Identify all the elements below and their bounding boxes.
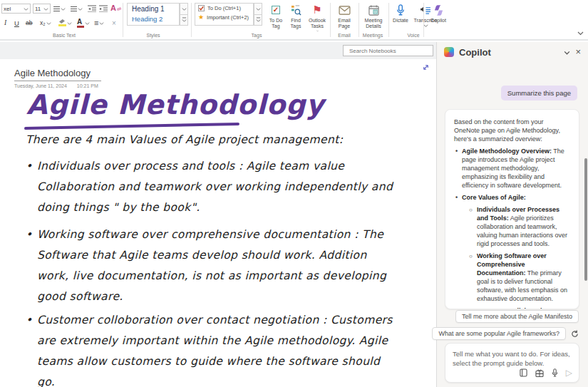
chevron-down-icon xyxy=(61,6,66,11)
star-icon: ★ xyxy=(198,14,204,21)
prompt-guide-button[interactable] xyxy=(535,369,544,377)
response-bullet: Core Values of Agile: Individuals over P… xyxy=(454,193,570,309)
bullet-list-icon xyxy=(53,5,60,13)
group-label-basic-text: Basic Text xyxy=(29,33,100,38)
chevron-down-icon xyxy=(78,6,83,11)
email-page-label: Email Page xyxy=(332,18,356,30)
numbered-list-button[interactable] xyxy=(71,4,83,14)
outlook-tasks-button[interactable]: ⚑ Outlook Tasks xyxy=(306,2,328,32)
refresh-suggestions-button[interactable] xyxy=(571,330,579,338)
decrease-indent-button[interactable] xyxy=(88,4,96,14)
style-heading1[interactable]: Heading 1 xyxy=(128,4,179,14)
suggestion-chip-frameworks[interactable]: What are some popular Agile frameworks? xyxy=(432,327,566,340)
chevron-down-icon[interactable] xyxy=(564,49,570,56)
suggestion-chip-manifesto[interactable]: Tell me more about the Agile Manifesto xyxy=(455,310,579,323)
voice-input-button[interactable] xyxy=(552,368,558,377)
copilot-ribbon-button[interactable]: Copilot xyxy=(426,2,450,32)
underline-button[interactable]: U xyxy=(14,18,19,28)
font-name-value: xel xyxy=(4,6,24,12)
group-label-meetings: Meetings xyxy=(351,33,394,38)
font-name-select[interactable]: xel xyxy=(1,4,31,14)
send-button[interactable]: ▷ xyxy=(566,368,572,378)
meeting-details-label: Meeting Details xyxy=(361,18,386,30)
navigation-band xyxy=(0,42,436,59)
tags-gallery: To Do (Ctrl+1) ★ Important (Ctrl+2) xyxy=(195,3,254,26)
refresh-icon xyxy=(571,330,579,338)
find-tags-label: Find Tags xyxy=(285,18,306,30)
page-time: 10:21 PM xyxy=(77,83,98,88)
search-input[interactable] xyxy=(349,48,428,54)
chevron-down-icon xyxy=(182,6,187,11)
style-heading2[interactable]: Heading 2 xyxy=(128,14,179,24)
response-bullet: Agile Methodology Overview: The page int… xyxy=(454,147,570,190)
page-canvas[interactable]: Agile Methodology Tuesday, June 11, 2024… xyxy=(0,59,435,387)
ribbon: xel 11 A I U ab x₂ xyxy=(0,0,588,41)
styles-more-button[interactable] xyxy=(180,15,188,26)
dictate-label: Dictate xyxy=(393,18,408,24)
close-panel-button[interactable]: × xyxy=(575,48,581,56)
tag-todo[interactable]: To Do (Ctrl+1) xyxy=(195,4,253,13)
font-size-value: 11 xyxy=(35,6,43,12)
x-icon: × xyxy=(112,19,116,27)
find-tags-button[interactable]: Find Tags xyxy=(285,2,306,32)
highlight-button[interactable] xyxy=(58,18,72,28)
chevron-down-icon xyxy=(43,6,48,11)
clear-button[interactable]: × xyxy=(112,18,116,28)
suggestion-row: Tell me more about the Agile Manifesto xyxy=(455,310,579,323)
tag-todo-label: To Do (Ctrl+1) xyxy=(207,5,241,11)
tags-more-button[interactable] xyxy=(254,15,262,26)
strikethrough-icon: ab xyxy=(26,19,32,26)
tag-important[interactable]: ★ Important (Ctrl+2) xyxy=(195,13,253,22)
expand-page-button[interactable] xyxy=(422,63,430,71)
page-meta: Tuesday, June 11, 202410:21 PM xyxy=(14,83,101,88)
notebook-context-button[interactable] xyxy=(520,368,527,377)
input-toolbar: ▷ xyxy=(520,368,572,378)
chevron-down-icon xyxy=(315,30,320,32)
ink-heading-underline xyxy=(24,123,239,130)
styles-scroll-down-button[interactable] xyxy=(180,3,188,15)
tags-gallery-scroll xyxy=(254,3,262,26)
tags-scroll-down-button[interactable] xyxy=(254,3,262,15)
copilot-ribbon-label: Copilot xyxy=(430,18,446,24)
decrease-indent-icon xyxy=(88,5,96,12)
onenote-window: xel 11 A I U ab x₂ xyxy=(0,0,588,387)
dictate-button[interactable]: Dictate xyxy=(391,2,411,32)
chevron-down-icon xyxy=(46,21,51,26)
group-label-voice: Voice xyxy=(392,33,435,38)
panel-scrollbar[interactable] xyxy=(584,158,587,281)
email-page-button[interactable]: Email Page xyxy=(332,2,356,32)
microphone-icon xyxy=(396,4,405,16)
envelope-icon xyxy=(339,4,351,16)
collapse-ribbon-button[interactable] xyxy=(577,30,584,36)
search-box[interactable] xyxy=(343,45,433,56)
outlook-tasks-label: Outlook Tasks xyxy=(306,18,328,30)
ink-intro: There are 4 main Values of Agile project… xyxy=(26,133,411,146)
copilot-input-box[interactable]: Tell me what you want to do. For ideas, … xyxy=(445,343,579,383)
ink-bullet-3: Customer colloboration over contact nego… xyxy=(26,310,396,387)
paragraph-align-button[interactable]: ≡ xyxy=(94,18,104,28)
subscript-button[interactable]: x₂ xyxy=(40,18,51,28)
italic-button[interactable]: I xyxy=(4,18,6,28)
meeting-details-button[interactable]: Meeting Details xyxy=(361,2,386,32)
bullet-list-button[interactable] xyxy=(53,4,66,14)
increase-indent-icon xyxy=(99,5,108,12)
page-title[interactable]: Agile Methodology xyxy=(14,68,101,78)
gallery-more-icon xyxy=(256,17,261,23)
copilot-input-placeholder: Tell me what you want to do. For ideas, … xyxy=(453,349,572,368)
clear-formatting-button[interactable]: A xyxy=(110,3,122,13)
font-size-select[interactable]: 11 xyxy=(33,4,51,14)
todo-tag-label: To Do Tag xyxy=(265,18,287,30)
todo-tag-button[interactable]: ✓ To Do Tag xyxy=(265,2,287,32)
todo-checkbox-icon xyxy=(198,5,205,11)
italic-icon: I xyxy=(4,19,6,26)
increase-indent-button[interactable] xyxy=(99,4,108,14)
response-list: Agile Methodology Overview: The page int… xyxy=(454,147,570,309)
ink-bullet-2: Working software over comprehensive docu… xyxy=(26,225,396,307)
calendar-icon xyxy=(368,4,379,16)
response-sub-bullet: Working Software over Comprehensive Docu… xyxy=(469,252,570,303)
font-color-button[interactable]: A xyxy=(77,18,90,28)
strikethrough-button[interactable]: ab xyxy=(26,18,32,28)
copilot-response-card: Based on the content from your OneNote p… xyxy=(445,109,579,309)
todo-tag-icon: ✓ xyxy=(272,6,280,14)
tag-important-label: Important (Ctrl+2) xyxy=(207,14,249,21)
